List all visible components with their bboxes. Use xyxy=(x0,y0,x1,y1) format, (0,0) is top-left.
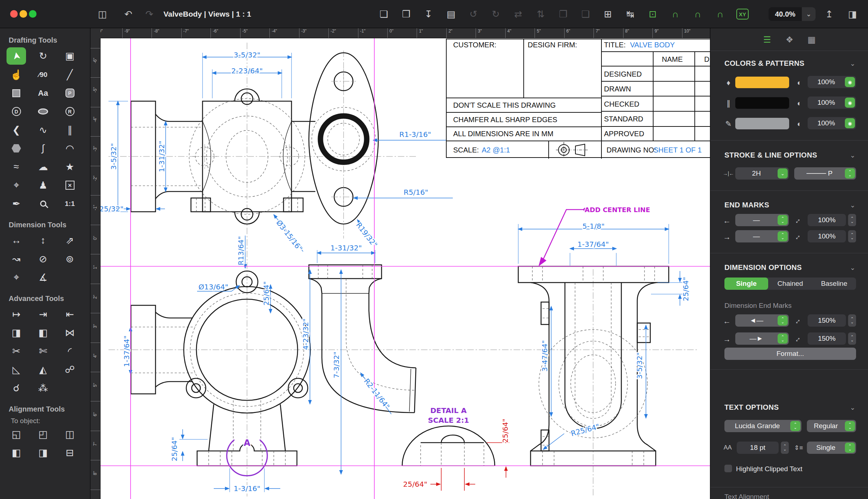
tool-star[interactable]: ★ xyxy=(59,158,81,176)
end-mark-dropdown[interactable]: — ⌃ ⌄ xyxy=(735,230,789,242)
chevron-down-icon[interactable]: ⌄ xyxy=(850,201,855,209)
tool-center-mark[interactable]: ⌖ xyxy=(5,268,27,287)
tool-mirror[interactable]: ◭ xyxy=(32,360,54,379)
dimension-lines-icon[interactable]: ↹ xyxy=(622,6,639,22)
slider-icon[interactable]: ◉ xyxy=(845,98,855,108)
snap-xy-icon[interactable]: XY xyxy=(736,9,749,20)
tool-freehand[interactable]: ≈ xyxy=(5,158,27,176)
insert-table-icon[interactable]: ⊞ xyxy=(600,6,616,22)
start-mark-scale-field[interactable]: 100% xyxy=(808,214,846,226)
tool-hand[interactable]: ☝ xyxy=(5,65,27,84)
dim-start-mark-dropdown[interactable]: ◄— ⌃ ⌄ xyxy=(735,314,789,327)
tool-bezier[interactable]: ∫ xyxy=(32,139,54,158)
tool-chamfer[interactable]: ◺ xyxy=(5,360,27,379)
open-folder-icon[interactable]: ❒ xyxy=(398,6,414,22)
tool-align-top[interactable]: ◰ xyxy=(32,425,54,443)
end-mark-scale-field[interactable]: 100% xyxy=(808,230,846,242)
tool-stamp[interactable]: ♟ xyxy=(32,176,54,194)
mode-chained[interactable]: Chained xyxy=(768,278,812,290)
tool-no-fill-box[interactable]: ✕ xyxy=(59,176,81,194)
pencil-color-swatch[interactable] xyxy=(735,118,789,129)
undo-button[interactable]: ↶ xyxy=(121,7,136,22)
tool-blob[interactable]: ☁ xyxy=(32,158,54,176)
tool-link[interactable]: ☍ xyxy=(59,360,81,379)
vertical-ruler[interactable]: -6"-5"-4"-3"-2"-1"0"1"2"3"4"5"6"7"8"9" xyxy=(90,38,101,499)
chevron-down-icon[interactable]: ⌄ xyxy=(850,60,855,68)
fill-color-swatch[interactable] xyxy=(735,77,789,88)
stepper-control[interactable]: ⌃ ⌄ xyxy=(781,442,789,454)
text-options-header[interactable]: TEXT OPTIONS xyxy=(724,403,779,412)
font-family-dropdown[interactable]: Lucida Grande ⌃ ⌄ xyxy=(724,420,801,432)
tool-diameter-dimension[interactable]: ⊘ xyxy=(32,250,54,268)
tool-select[interactable]: ➤ xyxy=(7,47,26,65)
format-button[interactable]: Format... xyxy=(724,348,856,360)
tool-extend-left[interactable]: ⇥ xyxy=(32,305,54,323)
start-mark-dropdown[interactable]: — ⌃ ⌄ xyxy=(735,214,789,226)
tool-align-center-horizontal[interactable]: ◫ xyxy=(59,425,81,443)
tool-cut[interactable]: ✂ xyxy=(5,342,27,360)
stroke-color-swatch[interactable] xyxy=(735,97,789,109)
tool-parallel-lines[interactable]: ∥ xyxy=(59,121,81,139)
pencil-opacity-field[interactable]: 100% ◉ xyxy=(808,117,856,129)
tool-eyedropper[interactable]: ✒ xyxy=(5,194,27,213)
zoom-control[interactable]: 40.0% ⌄ xyxy=(769,7,816,21)
tool-align-right[interactable]: ◨ xyxy=(32,443,54,462)
inspector-toggle-icon[interactable]: ◨ xyxy=(845,7,860,22)
tool-diagonal-dimension[interactable]: ⇗ xyxy=(59,231,81,250)
print-icon[interactable]: ▤ xyxy=(443,6,459,22)
resize-icon[interactable]: ↕ xyxy=(792,315,804,327)
tool-cut-measured[interactable]: ✄ xyxy=(32,342,54,360)
tool-select-points[interactable]: ↦ xyxy=(5,305,27,323)
tool-align-left[interactable]: ◧ xyxy=(5,443,27,462)
tool-transform[interactable]: ▣ xyxy=(59,47,81,65)
zoom-window-button[interactable] xyxy=(29,10,37,18)
tool-align-center-vertical[interactable]: ⊟ xyxy=(59,443,81,462)
minimize-button[interactable] xyxy=(20,10,27,18)
snap-to-corner-icon[interactable]: ∩ xyxy=(712,6,728,22)
tool-boolean-subtract[interactable]: ◧ xyxy=(32,323,54,342)
horizontal-ruler[interactable]: -10"-9"-8"-7"-6"-5"-4"-3"-2"-1"0"1"2"3"4… xyxy=(90,28,710,38)
end-marks-header[interactable]: END MARKS xyxy=(724,201,769,209)
mode-baseline[interactable]: Baseline xyxy=(812,278,856,290)
highlight-clipped-text-checkbox[interactable] xyxy=(724,465,732,472)
tool-vertical-dimension[interactable]: ↕ xyxy=(32,231,54,250)
resize-icon[interactable]: ↕ xyxy=(792,333,804,345)
tool-parallelogram[interactable]: P xyxy=(59,84,81,102)
tool-text[interactable]: Aa xyxy=(32,84,54,102)
resize-icon[interactable]: ↕ xyxy=(792,231,804,243)
dim-start-scale-field[interactable]: 150% xyxy=(808,314,846,327)
slider-icon[interactable]: ◉ xyxy=(845,77,855,87)
stepper-control[interactable]: ⌃ ⌄ xyxy=(848,314,856,327)
font-size-field[interactable]: 18 pt xyxy=(737,442,779,454)
line-spacing-dropdown[interactable]: Single ⌃ ⌄ xyxy=(807,442,856,454)
stroke-options-header[interactable]: STROKE & LINE OPTIONS xyxy=(724,151,817,159)
close-button[interactable] xyxy=(10,10,18,18)
resize-icon[interactable]: ↕ xyxy=(792,214,804,227)
contrast-icon[interactable]: ◐ xyxy=(795,120,804,128)
tab-style[interactable]: ☰ xyxy=(759,33,775,47)
tool-rotate[interactable]: ↻ xyxy=(32,47,54,65)
font-weight-dropdown[interactable]: Regular ⌃ ⌄ xyxy=(807,420,856,432)
stepper-control[interactable]: ⌃ ⌄ xyxy=(848,230,856,242)
new-file-icon[interactable]: ❏ xyxy=(375,6,392,22)
tool-rectangle[interactable] xyxy=(5,84,27,102)
contrast-icon[interactable]: ◐ xyxy=(795,99,804,108)
tool-arrow-shape[interactable]: ❮ xyxy=(5,121,27,139)
snap-to-horizontal-icon[interactable]: ∩ xyxy=(667,6,684,22)
title-value[interactable]: VALVE BODY xyxy=(630,41,675,49)
drawing-canvas[interactable]: 3-5/32" 2-23/64" 3-5/32" 1-31/32" 25/32"… xyxy=(101,38,710,499)
drawing-no-value[interactable]: SHEET 1 OF 1 xyxy=(654,146,702,154)
tool-align-bottom[interactable]: ◱ xyxy=(5,425,27,443)
tool-boolean-union[interactable]: ◨ xyxy=(5,323,27,342)
mode-single[interactable]: Single xyxy=(724,278,768,290)
tab-swatches[interactable]: ▦ xyxy=(804,33,820,47)
annotation-text[interactable]: ADD CENTER LINE xyxy=(585,206,650,214)
colors-patterns-header[interactable]: COLORS & PATTERNS xyxy=(724,59,804,68)
stepper-control[interactable]: ⌃ ⌄ xyxy=(848,332,856,345)
tool-join-paths[interactable]: ⋈ xyxy=(59,323,81,342)
tool-angled-dimension[interactable]: ↝ xyxy=(5,250,27,268)
tool-horizontal-dimension[interactable]: ↔ xyxy=(5,231,27,250)
chevron-down-icon[interactable]: ⌄ xyxy=(850,151,855,159)
share-button[interactable]: ↥ xyxy=(822,7,837,22)
tool-circle-diameter[interactable]: D xyxy=(5,102,27,121)
